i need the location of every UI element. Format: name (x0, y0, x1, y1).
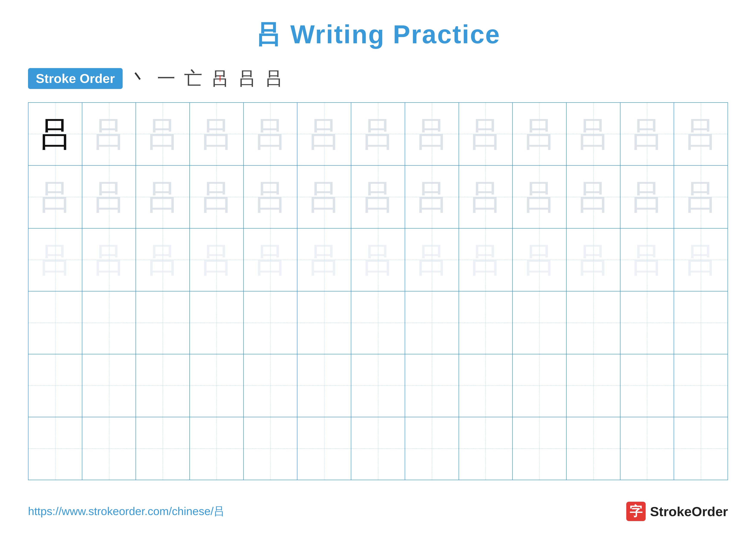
grid-cell-3-11: 吕 (567, 229, 620, 291)
grid-cell-2-2: 吕 (82, 165, 136, 228)
grid-cell-6-5[interactable] (244, 417, 298, 480)
grid-cell-1-7: 吕 (351, 103, 405, 165)
grid-row-4 (28, 292, 728, 354)
grid-cell-3-13: 吕 (674, 229, 728, 291)
grid-cell-6-13[interactable] (674, 417, 728, 480)
grid-cell-4-6[interactable] (297, 292, 351, 354)
grid-cell-4-3[interactable] (136, 292, 190, 354)
stroke-1: 丶 (129, 65, 148, 91)
grid-cell-3-4: 吕 (190, 229, 244, 291)
grid-row-2: 吕 吕 吕 吕 吕 吕 吕 吕 吕 吕 吕 吕 (28, 165, 728, 229)
grid-cell-1-11: 吕 (567, 103, 620, 165)
char-light: 吕 (576, 180, 610, 214)
grid-cell-3-9: 吕 (459, 229, 513, 291)
char-light: 吕 (576, 117, 610, 151)
grid-cell-6-2[interactable] (82, 417, 136, 480)
grid-cell-6-9[interactable] (459, 417, 513, 480)
grid-cell-6-7[interactable] (351, 417, 405, 480)
char-light: 吕 (522, 117, 557, 151)
grid-cell-4-10[interactable] (513, 292, 567, 354)
stroke-order-section: Stroke Order 丶 一 亡 吕 吕 吕 (0, 52, 756, 100)
char-lighter: 吕 (415, 242, 449, 277)
grid-cell-5-4[interactable] (190, 354, 244, 417)
grid-cell-2-11: 吕 (567, 165, 620, 228)
grid-cell-1-4: 吕 (190, 103, 244, 165)
grid-cell-2-13: 吕 (674, 165, 728, 228)
grid-cell-6-3[interactable] (136, 417, 190, 480)
grid-cell-2-10: 吕 (513, 165, 567, 228)
char-light: 吕 (361, 117, 395, 151)
stroke-2: 一 (157, 66, 176, 91)
grid-cell-5-9[interactable] (459, 354, 513, 417)
grid-cell-5-11[interactable] (567, 354, 620, 417)
grid-cell-3-12: 吕 (620, 229, 674, 291)
grid-cell-5-6[interactable] (297, 354, 351, 417)
grid-cell-6-8[interactable] (405, 417, 459, 480)
logo-icon: 字 (626, 502, 646, 521)
char-lighter: 吕 (38, 242, 72, 277)
grid-cell-6-12[interactable] (620, 417, 674, 480)
grid-cell-4-13[interactable] (674, 292, 728, 354)
footer-url[interactable]: https://www.strokeorder.com/chinese/吕 (28, 504, 225, 519)
char-light: 吕 (38, 180, 72, 214)
char-lighter: 吕 (146, 242, 180, 277)
footer-logo: 字 StrokeOrder (626, 502, 728, 521)
grid-cell-2-3: 吕 (136, 165, 190, 228)
grid-cell-5-5[interactable] (244, 354, 298, 417)
grid-cell-4-5[interactable] (244, 292, 298, 354)
grid-cell-5-3[interactable] (136, 354, 190, 417)
grid-cell-5-1[interactable] (28, 354, 82, 417)
char-light: 吕 (307, 180, 341, 214)
grid-cell-5-13[interactable] (674, 354, 728, 417)
grid-cell-3-6: 吕 (297, 229, 351, 291)
grid-cell-5-10[interactable] (513, 354, 567, 417)
stroke-3: 亡 (184, 66, 202, 91)
char-light: 吕 (415, 180, 449, 214)
grid-cell-2-1: 吕 (28, 165, 82, 228)
char-light: 吕 (253, 180, 288, 214)
char-light: 吕 (92, 117, 126, 151)
char-light: 吕 (468, 180, 503, 214)
char-light: 吕 (307, 117, 341, 151)
grid-cell-4-8[interactable] (405, 292, 459, 354)
char-light: 吕 (630, 117, 664, 151)
grid-row-5 (28, 354, 728, 417)
grid-cell-1-1: 吕 (28, 103, 82, 165)
stroke-5: 吕 (238, 66, 256, 91)
stroke-6: 吕 (265, 66, 283, 91)
grid-cell-6-4[interactable] (190, 417, 244, 480)
grid-row-6 (28, 417, 728, 480)
grid-cell-2-5: 吕 (244, 165, 298, 228)
char-lighter: 吕 (468, 242, 503, 277)
grid-cell-6-10[interactable] (513, 417, 567, 480)
grid-cell-4-1[interactable] (28, 292, 82, 354)
grid-cell-5-12[interactable] (620, 354, 674, 417)
grid-cell-6-11[interactable] (567, 417, 620, 480)
grid-cell-4-2[interactable] (82, 292, 136, 354)
grid-row-1: 吕 吕 吕 吕 吕 吕 吕 吕 吕 吕 吕 吕 (28, 103, 728, 165)
grid-cell-4-4[interactable] (190, 292, 244, 354)
grid-cell-5-8[interactable] (405, 354, 459, 417)
grid-cell-1-12: 吕 (620, 103, 674, 165)
grid-cell-5-7[interactable] (351, 354, 405, 417)
char-light: 吕 (468, 117, 503, 151)
char-lighter: 吕 (522, 242, 557, 277)
grid-cell-3-7: 吕 (351, 229, 405, 291)
char-lighter: 吕 (253, 242, 288, 277)
grid-cell-4-7[interactable] (351, 292, 405, 354)
char-light: 吕 (146, 117, 180, 151)
char-light: 吕 (146, 180, 180, 214)
stroke-sequence: 丶 一 亡 吕 吕 吕 (129, 65, 283, 91)
grid-cell-2-9: 吕 (459, 165, 513, 228)
grid-cell-4-12[interactable] (620, 292, 674, 354)
grid-cell-4-9[interactable] (459, 292, 513, 354)
grid-cell-5-2[interactable] (82, 354, 136, 417)
grid-cell-6-1[interactable] (28, 417, 82, 480)
logo-text: StrokeOrder (650, 504, 728, 519)
char-light: 吕 (92, 180, 126, 214)
page-title: 吕 Writing Practice (0, 0, 756, 52)
grid-cell-6-6[interactable] (297, 417, 351, 480)
char-light: 吕 (684, 180, 718, 214)
grid-cell-1-5: 吕 (244, 103, 298, 165)
grid-cell-4-11[interactable] (567, 292, 620, 354)
